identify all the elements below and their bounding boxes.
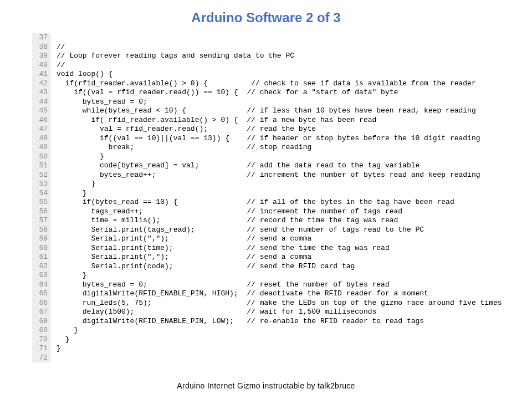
line-number: 42 (34, 79, 48, 89)
code-line: time = millis(); // record the time the … (57, 216, 504, 226)
line-number: 51 (34, 161, 48, 171)
code-line: bytes_read++; // increment the number of… (57, 171, 504, 180)
line-number: 70 (34, 335, 48, 345)
code-content: //// Loop forever reading tags and sendi… (51, 33, 504, 362)
line-number: 50 (34, 152, 48, 162)
line-number: 49 (34, 143, 48, 152)
code-line: } (57, 344, 504, 354)
code-line: } (57, 152, 504, 162)
line-number: 72 (34, 354, 48, 363)
code-line: if(rfid_reader.available() > 0) { // che… (57, 79, 504, 89)
line-number: 41 (34, 70, 48, 79)
line-number: 66 (34, 299, 48, 308)
line-number: 71 (34, 344, 48, 354)
code-line: Serial.print(tags_read); // send the num… (57, 226, 504, 235)
line-number: 40 (34, 61, 48, 70)
line-number: 56 (34, 207, 48, 217)
code-editor: 3738394041424344454647484950515253545556… (32, 33, 504, 362)
code-line: if((val = rfid_reader.read()) == 10) { /… (57, 88, 504, 98)
code-line (57, 354, 504, 363)
line-number: 64 (34, 280, 48, 290)
code-line: } (57, 271, 504, 280)
code-line: if( rfid_reader.available() > 0) { // if… (57, 116, 504, 125)
line-number: 37 (34, 33, 48, 43)
code-line: val = rfid_reader.read(); // read the by… (57, 125, 504, 134)
line-number: 39 (34, 52, 48, 61)
line-number: 63 (34, 271, 48, 280)
line-number: 61 (34, 253, 48, 262)
page-title: Arduino Software 2 of 3 (0, 0, 532, 33)
code-line: delay(1500); // wait for 1,500 milliseco… (57, 308, 504, 317)
code-line: if(bytes_read == 10) { // if all of the … (57, 198, 504, 207)
code-line: bytes_read = 0; // reset the number of b… (57, 280, 504, 290)
code-line: digitalWrite(RFID_ENABLE_PIN, LOW); // r… (57, 317, 504, 326)
code-line: Serial.print(time); // send the time the… (57, 244, 504, 253)
line-number: 54 (34, 189, 48, 198)
code-line: // Loop forever reading tags and sending… (57, 52, 504, 61)
line-number: 48 (34, 134, 48, 144)
code-line: void loop() { (57, 70, 504, 79)
line-number: 45 (34, 106, 48, 116)
code-line: tags_read++; // increment the number of … (57, 207, 504, 217)
line-number: 67 (34, 308, 48, 317)
code-line (57, 33, 504, 43)
code-line: bytes_read = 0; (57, 98, 504, 107)
line-number: 55 (34, 198, 48, 207)
code-line: break; // stop reading (57, 143, 504, 152)
line-number: 57 (34, 216, 48, 226)
code-line: Serial.print(","); // send a comma (57, 253, 504, 262)
code-line: if((val == 10)||(val == 13)) { // if hea… (57, 134, 504, 144)
line-number: 52 (34, 171, 48, 180)
line-number: 44 (34, 98, 48, 107)
code-line: code[bytes_read] = val; // add the data … (57, 161, 504, 171)
line-number: 68 (34, 317, 48, 326)
code-line: // (57, 43, 504, 52)
code-line: Serial.print(","); // send a comma (57, 234, 504, 244)
line-number: 69 (34, 326, 48, 335)
line-number: 46 (34, 116, 48, 125)
code-line: } (57, 326, 504, 335)
code-line: // (57, 61, 504, 70)
line-number: 59 (34, 234, 48, 244)
footer-text: Arduino Internet Gizmo instructable by t… (0, 381, 532, 390)
code-line: digitalWrite(RFID_ENABLE_PIN, HIGH); // … (57, 289, 504, 299)
line-number: 47 (34, 125, 48, 134)
line-number: 65 (34, 289, 48, 299)
line-number: 53 (34, 180, 48, 189)
code-line: while(bytes_read < 10) { // if less than… (57, 106, 504, 116)
code-line: Serial.print(code); // send the RFID car… (57, 262, 504, 272)
line-number: 38 (34, 43, 48, 52)
line-number: 58 (34, 226, 48, 235)
line-number: 60 (34, 244, 48, 253)
code-line: } (57, 180, 504, 189)
code-line: } (57, 189, 504, 198)
line-number-gutter: 3738394041424344454647484950515253545556… (32, 33, 51, 362)
code-line: } (57, 335, 504, 345)
line-number: 62 (34, 262, 48, 272)
line-number: 43 (34, 88, 48, 98)
code-line: run_leds(5, 75); // make the LEDs on top… (57, 299, 504, 308)
